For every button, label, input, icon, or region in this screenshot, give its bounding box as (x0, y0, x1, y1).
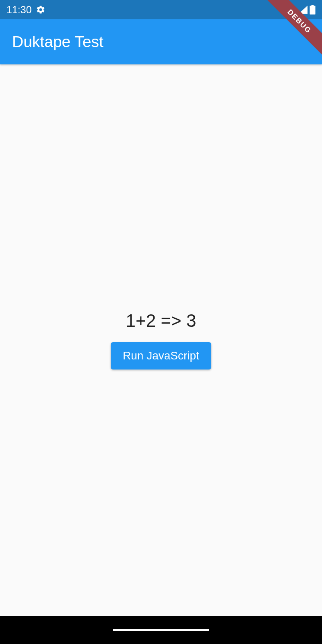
status-bar-left: 11:30 (6, 4, 45, 16)
app-bar: Duktape Test (0, 19, 322, 64)
app-title: Duktape Test (12, 33, 103, 51)
navigation-bar (0, 616, 322, 644)
run-javascript-button[interactable]: Run JavaScript (111, 342, 211, 369)
wifi-icon (286, 5, 297, 14)
status-time: 11:30 (6, 4, 32, 16)
gear-icon (36, 5, 45, 14)
battery-icon (310, 5, 316, 14)
nav-handle[interactable] (113, 629, 209, 631)
status-bar-right (286, 5, 316, 14)
result-text: 1+2 => 3 (126, 311, 196, 331)
signal-icon (298, 5, 308, 14)
main-content: 1+2 => 3 Run JavaScript (0, 64, 322, 616)
status-bar: 11:30 (0, 0, 322, 19)
